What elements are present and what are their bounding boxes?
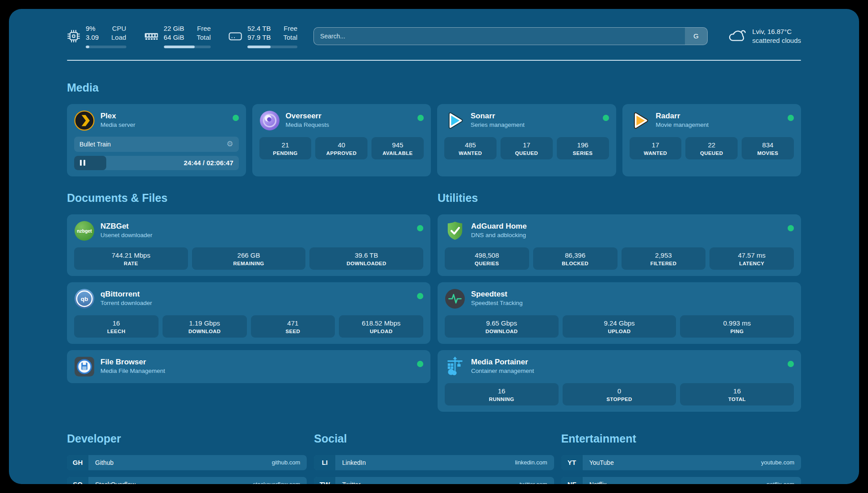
- stat-tile: 2,953 FILTERED: [622, 247, 706, 270]
- stat-value: 618.52 Mbps: [341, 319, 421, 327]
- speedtest-icon: [445, 288, 465, 309]
- bookmark-name: Github: [95, 459, 113, 466]
- cloud-icon: [727, 28, 747, 45]
- status-dot: [417, 115, 424, 121]
- ram-total-value: 64 GiB: [164, 33, 184, 42]
- stat-value: 485: [446, 141, 495, 149]
- now-playing-row: Bullet Train ⚙: [74, 137, 239, 152]
- stat-label: QUEUED: [502, 150, 551, 156]
- app-card-sonarr[interactable]: Sonarr Series management 485 WANTED 17 Q…: [437, 104, 616, 176]
- stat-tile: 498,508 QUERIES: [445, 247, 529, 270]
- stat-tile: 485 WANTED: [444, 137, 497, 159]
- disk-total-value: 97.9 TB: [247, 33, 271, 42]
- playback-time: 24:44 / 02:06:47: [184, 159, 239, 167]
- gear-icon[interactable]: ⚙: [226, 140, 233, 148]
- stat-value: 498,508: [447, 251, 527, 259]
- stat-value: 471: [253, 319, 334, 327]
- weather-widget[interactable]: Lviv, 16.87°C scattered clouds: [727, 27, 801, 46]
- filebrowser-icon: [74, 356, 95, 377]
- plex-icon: [74, 110, 95, 131]
- bookmark-row-youtube[interactable]: YT YouTube youtube.com: [561, 455, 801, 470]
- dashboard: 9% 3.09 CPU Load: [9, 9, 859, 484]
- disk-icon: [229, 31, 242, 42]
- sonarr-icon: [444, 110, 465, 131]
- stat-label: APPROVED: [317, 150, 366, 156]
- stat-label: PING: [682, 329, 792, 334]
- stat-value: 1.19 Gbps: [164, 319, 245, 327]
- cpu-stat: 9% 3.09 CPU Load: [67, 24, 126, 48]
- bookmark-name: LinkedIn: [342, 459, 366, 466]
- app-card-overseerr[interactable]: Overseerr Media Requests 21 PENDING 40 A…: [252, 104, 431, 176]
- app-subtitle: Container management: [471, 368, 534, 374]
- app-title: AdGuard Home: [471, 221, 527, 231]
- playback-progress-bar[interactable]: 24:44 / 02:06:47: [74, 156, 239, 170]
- pause-icon[interactable]: [80, 160, 85, 166]
- app-subtitle: Media Requests: [286, 121, 330, 128]
- app-card-qbittorrent[interactable]: qb qBittorrent Torrent downloader 16 LEE…: [67, 282, 430, 344]
- stat-label: QUEUED: [687, 150, 736, 156]
- stat-value: 0: [564, 387, 675, 395]
- stat-tile: 471 SEED: [251, 315, 335, 338]
- stat-tile: 86,396 BLOCKED: [533, 247, 618, 270]
- app-title: Media Portainer: [471, 357, 534, 367]
- status-dot: [603, 115, 609, 121]
- overseerr-icon: [259, 110, 280, 131]
- stat-tile: 1.19 Gbps DOWNLOAD: [163, 315, 247, 338]
- bookmark-abbr: LI: [314, 455, 335, 470]
- bookmark-row-twitter[interactable]: TW Twitter twitter.com: [314, 477, 554, 485]
- app-card-filebrowser[interactable]: File Browser Media File Management: [67, 350, 430, 383]
- bookmark-row-linkedin[interactable]: LI LinkedIn linkedin.com: [314, 455, 554, 470]
- adguard-icon: [445, 221, 465, 241]
- status-dot: [233, 115, 239, 121]
- stat-tile: 945 AVAILABLE: [371, 137, 424, 159]
- stat-value: 21: [261, 141, 310, 149]
- stat-tile: 47.57 ms LATENCY: [709, 247, 794, 270]
- status-dot: [417, 361, 423, 367]
- ram-progress-bar: [164, 46, 211, 48]
- search-engine-button[interactable]: G: [685, 28, 707, 45]
- stat-value: 945: [373, 141, 422, 149]
- stat-label: FILTERED: [623, 261, 704, 266]
- app-card-nzbget[interactable]: nzbget NZBGet Usenet downloader 744.21 M…: [67, 214, 430, 276]
- app-card-adguard[interactable]: AdGuard Home DNS and adblocking 498,508 …: [438, 214, 801, 276]
- cpu-label: CPU: [111, 24, 126, 33]
- qbittorrent-icon: qb: [74, 288, 95, 309]
- bookmark-url: github.com: [272, 459, 300, 466]
- bookmark-name: Twitter: [342, 481, 360, 485]
- search-input[interactable]: [314, 28, 685, 45]
- stat-label: REMAINING: [194, 261, 304, 266]
- app-subtitle: Torrent downloader: [100, 300, 152, 306]
- svg-text:qb: qb: [81, 296, 88, 302]
- ram-icon: [144, 31, 159, 42]
- bookmark-name: StackOverflow: [95, 481, 135, 485]
- stat-tile: 16 TOTAL: [680, 383, 794, 405]
- bookmark-row-github[interactable]: GH Github github.com: [67, 455, 307, 470]
- app-card-speedtest[interactable]: Speedtest Speedtest Tracking 9.65 Gbps D…: [438, 282, 801, 344]
- cpu-icon: [67, 29, 80, 43]
- app-card-radarr[interactable]: Radarr Movie management 17 WANTED 22 QUE…: [622, 104, 801, 176]
- stat-value: 834: [743, 141, 792, 149]
- bookmark-url: twitter.com: [520, 481, 547, 484]
- stat-label: SERIES: [559, 150, 607, 156]
- app-subtitle: Movie management: [656, 121, 709, 128]
- stat-tile: 17 WANTED: [630, 137, 682, 159]
- stat-tile: 834 MOVIES: [742, 137, 794, 159]
- ram-free-label: Free: [196, 24, 211, 33]
- stat-value: 2,953: [623, 251, 704, 259]
- stat-tile: 17 QUEUED: [501, 137, 553, 159]
- cpu-load-value: 3.09: [86, 33, 99, 42]
- app-subtitle: DNS and adblocking: [471, 232, 527, 238]
- app-card-portainer[interactable]: Media Portainer Container management 16 …: [438, 350, 801, 412]
- stat-label: WANTED: [446, 150, 495, 156]
- bookmark-url: youtube.com: [761, 459, 794, 466]
- stat-label: UPLOAD: [564, 329, 675, 334]
- app-card-plex[interactable]: Plex Media server Bullet Train ⚙ 24:44 /…: [67, 104, 246, 176]
- bookmark-row-netflix[interactable]: NF Netflix netflix.com: [561, 477, 801, 485]
- portainer-icon: [445, 356, 465, 377]
- bookmark-row-stackoverflow[interactable]: SO StackOverflow stackoverflow.com: [67, 477, 307, 485]
- status-dot: [788, 225, 794, 231]
- header: 9% 3.09 CPU Load: [67, 24, 801, 48]
- now-playing-title: Bullet Train: [79, 141, 111, 148]
- stat-value: 0.993 ms: [682, 319, 792, 327]
- section-title-entertainment: Entertainment: [561, 432, 801, 445]
